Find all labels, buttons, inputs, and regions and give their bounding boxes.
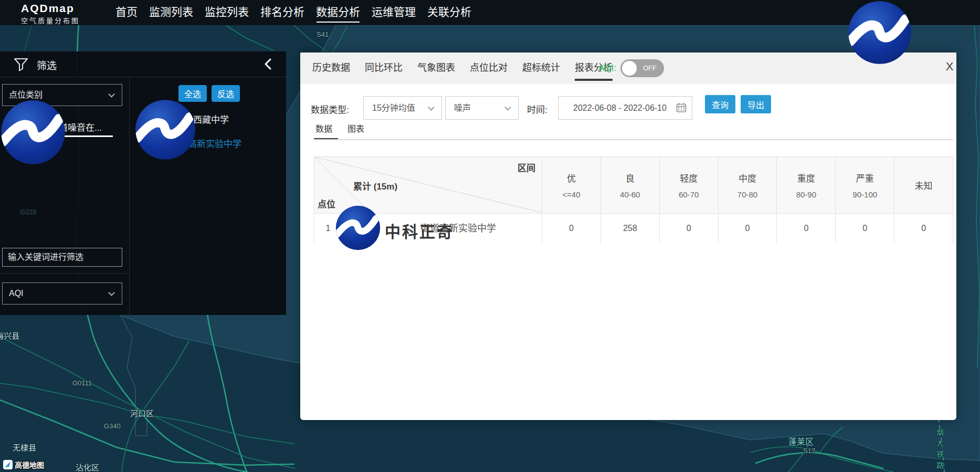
query-button[interactable]: 查询: [705, 95, 735, 113]
column-header-良: 良40-60: [600, 157, 659, 213]
aqi-toggle-label: AQI:: [598, 63, 616, 74]
attribution-label: 高德地图: [15, 459, 44, 470]
column-range: 90-100: [852, 190, 877, 199]
sidebar-divider: [0, 273, 129, 274]
filter-sidebar: 筛选 点位类别 道噪音在... AQI 全选 反选 西藏中学高新实验中学: [0, 51, 286, 315]
chevron-down-icon: [108, 91, 115, 98]
site-item-西藏中学[interactable]: 西藏中学: [193, 112, 229, 125]
export-button[interactable]: 导出: [741, 95, 771, 113]
tab-同比环比[interactable]: 同比环比: [365, 53, 403, 84]
map-label-wudi: 无棣县: [13, 442, 36, 453]
column-header-中度: 中度70-80: [718, 157, 777, 213]
close-panel-button[interactable]: X: [942, 60, 957, 74]
metric-select-value: 噪声: [454, 103, 471, 112]
value-cell-严重: 0: [835, 214, 894, 244]
column-name: 优: [567, 171, 576, 184]
tab-点位比对[interactable]: 点位比对: [470, 53, 508, 84]
value-cell-优: 0: [542, 214, 600, 244]
date-range-input[interactable]: 2022-06-08 - 2022-06-10: [558, 96, 692, 120]
nav-item-运维管理[interactable]: 运维管理: [372, 0, 416, 25]
metric-select[interactable]: 噪声: [445, 96, 519, 120]
nav-item-监控列表[interactable]: 监控列表: [205, 0, 249, 25]
map-label-g340: G340: [104, 422, 121, 430]
time-label: 时间:: [527, 102, 547, 116]
chevron-down-icon: [108, 289, 115, 296]
map-label-g228: G228: [20, 208, 37, 216]
map-label-zhanhua: 沾化区: [76, 461, 99, 472]
column-name: 轻度: [680, 171, 698, 184]
map-label-hekou: 河口区: [130, 407, 154, 418]
column-header-轻度: 轻度60-70: [659, 157, 718, 213]
corner-label-interval: 区间: [518, 161, 535, 174]
column-range: 80-90: [796, 190, 816, 199]
toggle-knob: [622, 61, 637, 76]
nav-item-排名分析[interactable]: 排名分析: [260, 0, 304, 25]
amap-logo-icon: [3, 460, 13, 469]
column-header-严重: 严重90-100: [835, 157, 894, 213]
column-name: 良: [626, 171, 635, 184]
tab-超标统计[interactable]: 超标统计: [522, 53, 560, 84]
watermark-text: 中科正奇: [385, 219, 454, 242]
toggle-state-label: OFF: [643, 64, 657, 72]
column-header-优: 优<=40: [542, 157, 600, 213]
app-title: AQDmap: [21, 2, 80, 15]
diagonal-lines: [314, 157, 542, 213]
map-label-haixing: 海兴县: [0, 330, 19, 341]
table-header-row: 区间 累计 (15m) 点位 优<=40良40-60轻度60-70中度70-80…: [314, 157, 953, 214]
watermark-logo: [848, 1, 912, 65]
site-item-高新实验中学[interactable]: 高新实验中学: [188, 137, 241, 150]
date-range-value: 2022-06-08 - 2022-06-10: [573, 103, 667, 112]
panel-tabs: 历史数据同比环比气象图表点位比对超标统计报表分析: [312, 53, 613, 84]
watermark-logo: [135, 99, 196, 160]
column-range: <=40: [562, 190, 580, 199]
tab-历史数据[interactable]: 历史数据: [312, 53, 350, 84]
nav-item-监测列表[interactable]: 监测列表: [149, 0, 193, 25]
column-range: 70-80: [737, 190, 757, 199]
chevron-down-icon: [504, 104, 511, 111]
aqi-toggle-switch[interactable]: OFF: [620, 59, 664, 77]
column-name: 严重: [856, 171, 874, 184]
subtab-数据[interactable]: 数据: [315, 122, 332, 139]
sidebar-title: 筛选: [37, 58, 57, 72]
map-label-s41: S41: [317, 30, 329, 38]
column-header-未知: 未知: [894, 157, 953, 213]
app-subtitle: 空气质量分布图: [21, 15, 80, 25]
collapse-sidebar-icon[interactable]: [261, 57, 275, 71]
corner-label-site: 点位: [318, 197, 335, 210]
corner-label-cumulative: 累计 (15m): [353, 179, 397, 192]
invert-selection-button[interactable]: 反选: [212, 85, 240, 102]
subtab-divider-line: [314, 139, 953, 140]
nav-item-数据分析[interactable]: 数据分析: [316, 0, 360, 25]
column-name: 未知: [915, 179, 933, 192]
column-range: 60-70: [679, 190, 699, 199]
aqi-metric-select[interactable]: AQI: [2, 282, 122, 305]
keyword-search-input[interactable]: [2, 248, 122, 267]
map-label-penglai: 蓬莱区: [788, 435, 814, 447]
aqi-select-value: AQI: [9, 289, 24, 298]
value-cell-中度: 0: [718, 214, 777, 244]
chevron-down-icon: [428, 104, 435, 111]
interval-select[interactable]: 15分钟均值: [363, 96, 442, 120]
app-window: 海兴县G0111G228S41河口区G340无棣县沾化区蓬莱区S17烟大铁路 高…: [0, 0, 980, 472]
value-cell-重度: 0: [776, 214, 835, 244]
tab-气象图表[interactable]: 气象图表: [417, 53, 455, 84]
result-subtabs: 数据图表: [315, 122, 364, 139]
top-nav-bar: AQDmap 空气质量分布图 首页监测列表监控列表排名分析数据分析运维管理关联分…: [0, 0, 980, 25]
watermark-logo: [335, 205, 381, 250]
filter-icon: [14, 57, 28, 72]
sidebar-header: 筛选: [0, 51, 286, 77]
subtab-图表[interactable]: 图表: [347, 122, 364, 139]
map-label-railway: 烟大铁路: [934, 428, 945, 472]
value-cell-轻度: 0: [659, 214, 718, 244]
column-name: 中度: [739, 171, 756, 184]
query-filter-row: 数据类型: 15分钟均值 噪声 时间: 2022-06-08 - 2022-06…: [300, 84, 956, 126]
value-cell-良: 258: [600, 214, 659, 244]
column-range: 40-60: [620, 190, 640, 199]
category-select-value: 点位类别: [9, 90, 43, 99]
nav-item-首页[interactable]: 首页: [115, 0, 138, 25]
calendar-icon[interactable]: [676, 102, 687, 113]
nav-menu: 首页监测列表监控列表排名分析数据分析运维管理关联分析: [115, 0, 471, 25]
nav-item-关联分析[interactable]: 关联分析: [427, 0, 471, 25]
map-attribution[interactable]: 高德地图: [3, 459, 44, 470]
table-corner-cell: 区间 累计 (15m) 点位: [314, 157, 542, 213]
